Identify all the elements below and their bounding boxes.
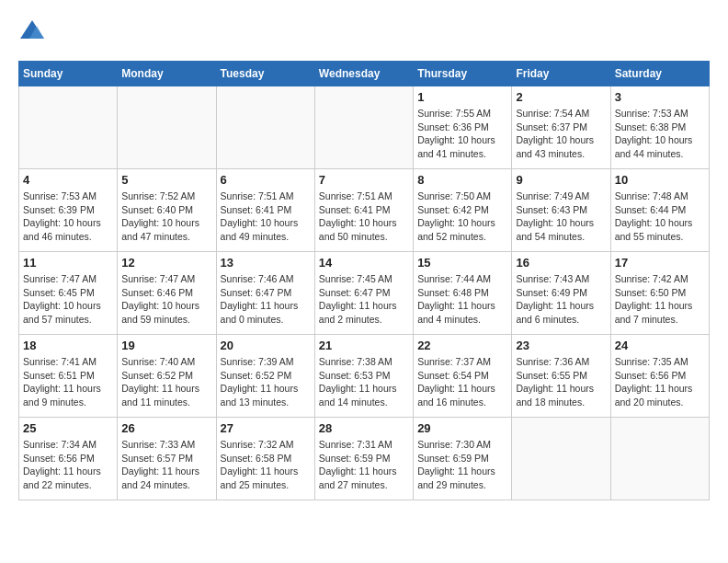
calendar-cell: 11Sunrise: 7:47 AM Sunset: 6:45 PM Dayli… xyxy=(19,252,118,335)
day-number: 15 xyxy=(417,256,507,270)
day-number: 16 xyxy=(516,256,606,270)
calendar-cell: 4Sunrise: 7:53 AM Sunset: 6:39 PM Daylig… xyxy=(19,169,118,252)
calendar-week-row: 11Sunrise: 7:47 AM Sunset: 6:45 PM Dayli… xyxy=(19,252,710,335)
day-info: Sunrise: 7:31 AM Sunset: 6:59 PM Dayligh… xyxy=(319,438,409,492)
weekday-header: Saturday xyxy=(610,62,709,86)
day-number: 23 xyxy=(516,339,606,352)
calendar-cell: 5Sunrise: 7:52 AM Sunset: 6:40 PM Daylig… xyxy=(118,169,216,252)
day-number: 27 xyxy=(221,421,311,435)
logo-icon xyxy=(18,18,46,46)
day-number: 6 xyxy=(221,173,311,187)
day-number: 3 xyxy=(615,90,705,104)
calendar-cell xyxy=(512,418,610,500)
calendar-cell xyxy=(19,86,118,169)
day-info: Sunrise: 7:30 AM Sunset: 6:59 PM Dayligh… xyxy=(417,438,507,492)
calendar-cell: 28Sunrise: 7:31 AM Sunset: 6:59 PM Dayli… xyxy=(314,418,413,500)
weekday-header: Sunday xyxy=(19,62,118,86)
calendar-cell: 3Sunrise: 7:53 AM Sunset: 6:38 PM Daylig… xyxy=(610,86,709,169)
calendar-cell: 15Sunrise: 7:44 AM Sunset: 6:48 PM Dayli… xyxy=(414,252,512,335)
day-number: 8 xyxy=(417,173,507,187)
calendar-cell: 12Sunrise: 7:47 AM Sunset: 6:46 PM Dayli… xyxy=(118,252,216,335)
day-number: 12 xyxy=(121,256,211,270)
day-info: Sunrise: 7:48 AM Sunset: 6:44 PM Dayligh… xyxy=(615,190,705,244)
calendar-week-row: 4Sunrise: 7:53 AM Sunset: 6:39 PM Daylig… xyxy=(19,169,710,252)
day-info: Sunrise: 7:54 AM Sunset: 6:37 PM Dayligh… xyxy=(516,107,606,161)
calendar-cell: 18Sunrise: 7:41 AM Sunset: 6:51 PM Dayli… xyxy=(19,335,118,418)
calendar-cell: 6Sunrise: 7:51 AM Sunset: 6:41 PM Daylig… xyxy=(216,169,314,252)
calendar-cell: 24Sunrise: 7:35 AM Sunset: 6:56 PM Dayli… xyxy=(610,335,709,418)
day-info: Sunrise: 7:38 AM Sunset: 6:53 PM Dayligh… xyxy=(319,355,409,409)
calendar-cell: 13Sunrise: 7:46 AM Sunset: 6:47 PM Dayli… xyxy=(216,252,314,335)
day-info: Sunrise: 7:34 AM Sunset: 6:56 PM Dayligh… xyxy=(23,438,113,492)
calendar-cell: 22Sunrise: 7:37 AM Sunset: 6:54 PM Dayli… xyxy=(414,335,512,418)
calendar-header-row: SundayMondayTuesdayWednesdayThursdayFrid… xyxy=(19,62,710,86)
day-number: 11 xyxy=(23,256,113,270)
day-info: Sunrise: 7:51 AM Sunset: 6:41 PM Dayligh… xyxy=(221,190,311,244)
day-number: 4 xyxy=(23,173,113,187)
day-info: Sunrise: 7:52 AM Sunset: 6:40 PM Dayligh… xyxy=(121,190,211,244)
calendar-cell: 26Sunrise: 7:33 AM Sunset: 6:57 PM Dayli… xyxy=(118,418,216,500)
calendar-week-row: 25Sunrise: 7:34 AM Sunset: 6:56 PM Dayli… xyxy=(19,418,710,500)
day-info: Sunrise: 7:35 AM Sunset: 6:56 PM Dayligh… xyxy=(615,355,705,409)
calendar-cell: 10Sunrise: 7:48 AM Sunset: 6:44 PM Dayli… xyxy=(610,169,709,252)
calendar-cell: 14Sunrise: 7:45 AM Sunset: 6:47 PM Dayli… xyxy=(314,252,413,335)
day-number: 18 xyxy=(23,339,113,352)
day-info: Sunrise: 7:50 AM Sunset: 6:42 PM Dayligh… xyxy=(417,190,507,244)
calendar-week-row: 18Sunrise: 7:41 AM Sunset: 6:51 PM Dayli… xyxy=(19,335,710,418)
day-info: Sunrise: 7:32 AM Sunset: 6:58 PM Dayligh… xyxy=(221,438,311,492)
page-header xyxy=(18,18,710,46)
calendar-table: SundayMondayTuesdayWednesdayThursdayFrid… xyxy=(18,61,710,500)
day-number: 17 xyxy=(615,256,705,270)
day-info: Sunrise: 7:49 AM Sunset: 6:43 PM Dayligh… xyxy=(516,190,606,244)
day-info: Sunrise: 7:47 AM Sunset: 6:45 PM Dayligh… xyxy=(23,272,113,327)
day-info: Sunrise: 7:55 AM Sunset: 6:36 PM Dayligh… xyxy=(417,107,507,161)
calendar-cell: 21Sunrise: 7:38 AM Sunset: 6:53 PM Dayli… xyxy=(314,335,413,418)
day-info: Sunrise: 7:53 AM Sunset: 6:39 PM Dayligh… xyxy=(23,190,113,244)
calendar-cell: 9Sunrise: 7:49 AM Sunset: 6:43 PM Daylig… xyxy=(512,169,610,252)
day-info: Sunrise: 7:43 AM Sunset: 6:49 PM Dayligh… xyxy=(516,272,606,327)
day-number: 14 xyxy=(319,256,409,270)
day-info: Sunrise: 7:46 AM Sunset: 6:47 PM Dayligh… xyxy=(221,272,311,327)
day-number: 2 xyxy=(516,90,606,104)
day-info: Sunrise: 7:51 AM Sunset: 6:41 PM Dayligh… xyxy=(319,190,409,244)
calendar-cell: 23Sunrise: 7:36 AM Sunset: 6:55 PM Dayli… xyxy=(512,335,610,418)
day-info: Sunrise: 7:42 AM Sunset: 6:50 PM Dayligh… xyxy=(615,272,705,327)
calendar-week-row: 1Sunrise: 7:55 AM Sunset: 6:36 PM Daylig… xyxy=(19,86,710,169)
calendar-cell: 7Sunrise: 7:51 AM Sunset: 6:41 PM Daylig… xyxy=(314,169,413,252)
day-info: Sunrise: 7:41 AM Sunset: 6:51 PM Dayligh… xyxy=(23,355,113,409)
day-number: 29 xyxy=(417,421,507,435)
day-number: 7 xyxy=(319,173,409,187)
weekday-header: Friday xyxy=(512,62,610,86)
calendar-cell xyxy=(216,86,314,169)
day-number: 19 xyxy=(121,339,211,352)
day-number: 26 xyxy=(121,421,211,435)
day-number: 20 xyxy=(221,339,311,352)
day-info: Sunrise: 7:47 AM Sunset: 6:46 PM Dayligh… xyxy=(121,272,211,327)
weekday-header: Monday xyxy=(118,62,216,86)
day-info: Sunrise: 7:45 AM Sunset: 6:47 PM Dayligh… xyxy=(319,272,409,327)
day-number: 1 xyxy=(417,90,507,104)
weekday-header: Wednesday xyxy=(314,62,413,86)
day-number: 9 xyxy=(516,173,606,187)
day-number: 24 xyxy=(615,339,705,352)
day-number: 25 xyxy=(23,421,113,435)
logo xyxy=(18,18,50,46)
day-number: 28 xyxy=(319,421,409,435)
day-info: Sunrise: 7:33 AM Sunset: 6:57 PM Dayligh… xyxy=(121,438,211,492)
day-number: 13 xyxy=(221,256,311,270)
day-info: Sunrise: 7:36 AM Sunset: 6:55 PM Dayligh… xyxy=(516,355,606,409)
day-info: Sunrise: 7:37 AM Sunset: 6:54 PM Dayligh… xyxy=(417,355,507,409)
calendar-cell xyxy=(610,418,709,500)
day-info: Sunrise: 7:53 AM Sunset: 6:38 PM Dayligh… xyxy=(615,107,705,161)
day-info: Sunrise: 7:40 AM Sunset: 6:52 PM Dayligh… xyxy=(121,355,211,409)
calendar-cell: 27Sunrise: 7:32 AM Sunset: 6:58 PM Dayli… xyxy=(216,418,314,500)
day-number: 5 xyxy=(121,173,211,187)
calendar-cell: 2Sunrise: 7:54 AM Sunset: 6:37 PM Daylig… xyxy=(512,86,610,169)
day-number: 10 xyxy=(615,173,705,187)
day-number: 21 xyxy=(319,339,409,352)
weekday-header: Tuesday xyxy=(216,62,314,86)
day-info: Sunrise: 7:39 AM Sunset: 6:52 PM Dayligh… xyxy=(221,355,311,409)
calendar-cell: 19Sunrise: 7:40 AM Sunset: 6:52 PM Dayli… xyxy=(118,335,216,418)
calendar-cell xyxy=(314,86,413,169)
day-info: Sunrise: 7:44 AM Sunset: 6:48 PM Dayligh… xyxy=(417,272,507,327)
